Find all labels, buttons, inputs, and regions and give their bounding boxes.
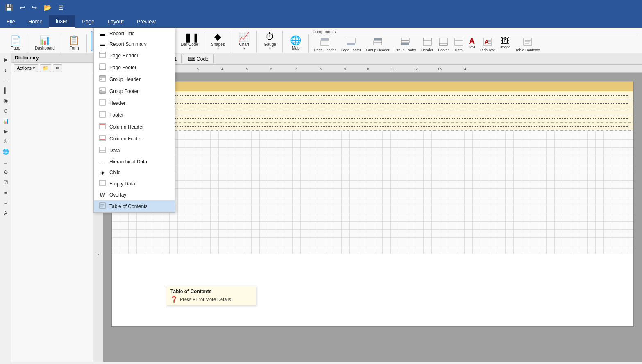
bands-item-group-header[interactable]: A Group Header	[94, 73, 175, 85]
bands-item-hierarchical-data[interactable]: ≡ Hierarchical Data	[94, 156, 175, 167]
sp-barcode2-icon[interactable]: ▌	[1, 86, 10, 95]
ribbon-btn-barcode[interactable]: ▐▌▐ Bar Code ▾	[179, 33, 201, 51]
ribbon-btn-group-footer[interactable]: Group Footer	[392, 36, 418, 53]
toc-component[interactable]: TableOfContents1 Heading1 Heading2 Headi…	[112, 81, 633, 131]
layout-title-icon[interactable]: ⊞	[57, 2, 65, 13]
ribbon-group-form: 📋 Form	[62, 34, 87, 53]
bands-toc-icon	[99, 202, 106, 210]
dictionary-label: Dictionary	[15, 55, 39, 61]
folder-btn[interactable]: 📁	[40, 64, 51, 72]
map-icon: 🌐	[290, 36, 301, 45]
bands-page-header-icon	[99, 52, 106, 59]
svg-rect-26	[100, 52, 105, 58]
bands-item-report-title[interactable]: ▬ Report Title	[94, 28, 175, 39]
sp-gauge2-icon[interactable]: ⏱	[1, 137, 10, 146]
sp-list-icon[interactable]: ≡	[1, 188, 10, 197]
sp-list2-icon[interactable]: ≡	[1, 198, 10, 207]
bands-item-header[interactable]: Header	[94, 97, 175, 109]
bands-item-child[interactable]: ◈ Child	[94, 167, 175, 178]
table-contents-label: Table Contents	[515, 48, 540, 52]
ribbon-btn-group-header[interactable]: Group Header	[364, 36, 391, 53]
bands-item-data[interactable]: Data	[94, 145, 175, 156]
ribbon-btn-rich-text[interactable]: A Rich Text	[479, 36, 497, 53]
bands-empty-data-icon	[99, 180, 106, 188]
ruler-mark-6: 6	[270, 67, 272, 71]
ribbon-btn-map[interactable]: 🌐 Map	[287, 35, 305, 51]
actions-btn[interactable]: Actions ▾	[14, 64, 38, 72]
menu-preview[interactable]: Preview	[130, 15, 162, 28]
ribbon-btn-text[interactable]: A Text	[467, 36, 477, 53]
sp-play-icon[interactable]: ▶	[1, 127, 10, 136]
toc-dots-1	[141, 95, 628, 96]
bands-item-page-footer[interactable]: Page Footer	[94, 61, 175, 73]
menu-layout[interactable]: Layout	[101, 15, 130, 28]
bands-item-page-header[interactable]: Page Header	[94, 50, 175, 61]
svg-rect-34	[100, 92, 105, 93]
ribbon-btn-form[interactable]: 📋 Form	[65, 35, 83, 51]
bands-item-report-summary[interactable]: ▬ Report Summary	[94, 39, 175, 50]
svg-rect-36	[100, 99, 105, 105]
menu-home[interactable]: Home	[22, 15, 49, 28]
bands-item-empty-data[interactable]: Empty Data	[94, 178, 175, 190]
tooltip-hint-text: Press F1 for More Details	[180, 297, 231, 302]
ribbon-btn-dashboard[interactable]: 📊 Dashboard	[32, 35, 57, 51]
canvas-scroll[interactable]: 0 1 2 3 4 5 7 TableOfContents1 H	[93, 73, 642, 362]
ruler-mark-14: 14	[462, 67, 466, 71]
page-footer-label: Page Footer	[341, 48, 361, 52]
bands-item-column-footer[interactable]: Column Footer	[94, 133, 175, 145]
ruler-mark-3: 3	[197, 67, 199, 71]
sp-move-icon[interactable]: ↕	[1, 65, 10, 74]
ribbon-btn-data[interactable]: Data	[452, 36, 465, 53]
menu-file[interactable]: File	[0, 15, 22, 28]
open-title-icon[interactable]: 📂	[42, 2, 53, 13]
sp-text2-icon[interactable]: A	[1, 208, 10, 217]
bands-overlay-icon: W	[99, 192, 106, 198]
ribbon-btn-gauge[interactable]: ⏱ Gauge ▾	[261, 32, 279, 51]
sp-gear-icon[interactable]: ⚙	[1, 167, 10, 176]
save-title-icon[interactable]: 💾	[3, 2, 15, 13]
menu-insert[interactable]: Insert	[49, 15, 76, 28]
bands-header-icon	[99, 99, 106, 107]
bands-item-group-footer[interactable]: A Group Footer	[94, 85, 175, 97]
ribbon-btn-footer[interactable]: Footer	[436, 36, 450, 53]
ribbon-btn-image[interactable]: 🖼 Image	[499, 36, 512, 53]
ribbon-btn-header[interactable]: Header	[420, 36, 435, 53]
bands-item-footer[interactable]: Footer	[94, 109, 175, 121]
ruler-horizontal: 0 1 2 3 4 5 6 7 8 9 10 11 12 13 14	[103, 65, 642, 72]
ribbon-btn-shapes[interactable]: ◆ Shapes ▾	[209, 32, 227, 51]
ribbon-btn-table-contents[interactable]: Table Contents	[514, 36, 542, 53]
sp-rect-icon[interactable]: □	[1, 157, 10, 166]
sp-chart2-icon[interactable]: 📊	[1, 116, 10, 125]
actions-arrow-icon: ▾	[33, 66, 35, 70]
ribbon-btn-chart[interactable]: 📈 Chart ▾	[235, 32, 253, 51]
sp-arrow-icon[interactable]: ▶	[1, 55, 10, 64]
ribbon-btn-page-header[interactable]: Page Header	[313, 36, 338, 53]
bands-data-label: Data	[109, 148, 120, 154]
bands-item-column-header[interactable]: Column Header	[94, 121, 175, 133]
bands-column-header-icon	[99, 123, 106, 131]
form-icon: 📋	[68, 36, 79, 45]
ribbon-btn-page-footer[interactable]: Page Footer	[339, 36, 363, 53]
sp-shape-icon[interactable]: ⊙	[1, 106, 10, 115]
toc-title-bar: TableOfContents1	[112, 82, 633, 91]
sp-check-icon[interactable]: ☑	[1, 178, 10, 187]
bands-column-header-label: Column Header	[109, 124, 144, 130]
ruler-mark-5: 5	[246, 67, 248, 71]
sp-globe-icon[interactable]: 🌐	[1, 147, 10, 156]
redo-title-icon[interactable]: ↪	[30, 2, 39, 13]
ruler-row: 0 1 2 3 4 5 6 7 8 9 10 11 12 13 14	[93, 65, 642, 73]
sp-bands-icon[interactable]: ≡	[1, 75, 10, 84]
dictionary-content	[11, 74, 93, 362]
undo-title-icon[interactable]: ↩	[18, 2, 27, 13]
ribbon-btn-page[interactable]: 📄 Page	[7, 35, 25, 51]
tab-code[interactable]: ⌨ Code	[183, 54, 214, 63]
sp-cross-icon[interactable]: ◉	[1, 96, 10, 105]
bands-item-table-of-contents[interactable]: Table of Contents	[94, 200, 175, 212]
tooltip-box: Table of Contents ❓ Press F1 for More De…	[166, 286, 256, 305]
bands-item-overlay[interactable]: W Overlay	[94, 190, 175, 200]
edit-btn[interactable]: ✏	[53, 64, 62, 72]
page-header-label: Page Header	[314, 48, 336, 52]
form-label: Form	[69, 46, 79, 50]
menu-page[interactable]: Page	[75, 15, 101, 28]
svg-rect-40	[100, 135, 105, 141]
